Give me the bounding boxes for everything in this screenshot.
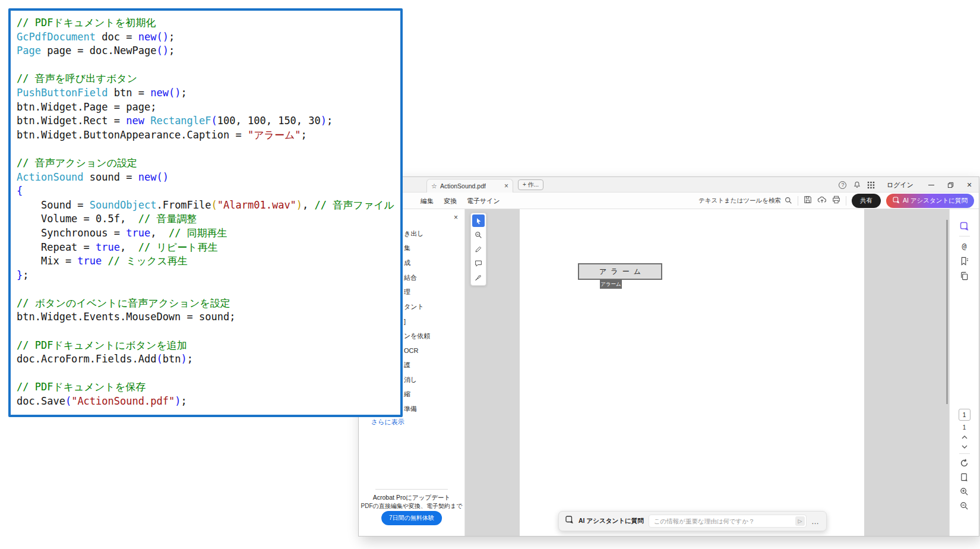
restore-button[interactable] <box>941 177 960 193</box>
code-line: Mix = true // ミックス再生 <box>17 254 398 269</box>
help-icon[interactable]: ? <box>836 177 850 193</box>
next-page-icon[interactable] <box>959 444 970 450</box>
login-button[interactable]: ログイン <box>878 181 922 190</box>
toolbar: 編集変換電子サイン テキストまたはツールを検索 <box>359 193 979 209</box>
code-line <box>17 324 398 339</box>
code-line: doc.Save("ActionSound.pdf"); <box>17 395 398 409</box>
tool-item[interactable]: 理 <box>404 285 463 299</box>
code-line: Repeat = true, // リピート再生 <box>17 241 398 255</box>
upsell-title: Acrobat Proにアップデート <box>359 494 464 502</box>
zoom-out-icon[interactable] <box>959 500 970 511</box>
close-button[interactable]: × <box>960 177 979 193</box>
star-icon[interactable]: ☆ <box>431 182 437 190</box>
upsell-subtitle: PDFの直接編集や変換、電子契約まで <box>359 502 464 510</box>
rail-top-group: @ <box>950 221 979 281</box>
comment-tool[interactable] <box>472 257 485 270</box>
previous-page-icon[interactable] <box>959 434 970 440</box>
bookmarks-icon[interactable] <box>959 255 970 266</box>
ai-question-input[interactable] <box>649 515 807 528</box>
code-line: btn.Widget.Rect = new RectangleF(100, 10… <box>17 114 398 128</box>
save-icon[interactable] <box>804 195 812 206</box>
tool-item[interactable]: ] <box>404 314 463 329</box>
code-line: // ボタンのイベントに音声アクションを設定 <box>17 296 398 311</box>
zoom-tool[interactable] <box>472 229 485 241</box>
menu-item-0[interactable]: 編集 <box>421 197 434 206</box>
zoom-in-icon[interactable] <box>959 486 970 497</box>
print-icon[interactable] <box>832 195 840 206</box>
tool-item[interactable]: 護 <box>404 358 463 373</box>
code-line: Page page = doc.NewPage(); <box>17 44 398 58</box>
pen-tool[interactable] <box>472 243 485 255</box>
rail-bottom-group: 1 1 <box>950 409 979 511</box>
tab-close-icon[interactable]: × <box>504 182 508 190</box>
send-icon[interactable]: ▷ <box>795 516 805 526</box>
code-line: Volume = 0.5f, // 音量調整 <box>17 212 398 226</box>
fill-sign-tool[interactable] <box>472 272 485 284</box>
tool-item[interactable]: 縮 <box>404 387 463 402</box>
search-label: テキストまたはツールを検索 <box>698 197 781 205</box>
search-tools[interactable]: テキストまたはツールを検索 <box>698 197 792 206</box>
notifications-bell-icon[interactable] <box>850 177 864 193</box>
code-line: Synchronous = true, // 同期再生 <box>17 226 398 241</box>
page-thumbnails-icon[interactable] <box>959 270 970 281</box>
ai-sparkle-icon <box>893 197 900 205</box>
ai-bar-more-button[interactable]: … <box>811 517 820 526</box>
minimize-button[interactable] <box>922 177 941 193</box>
divider <box>846 196 846 206</box>
code-line: btn.Widget.Events.MouseDown = sound; <box>17 310 398 324</box>
code-line: // PDFドキュメントを保存 <box>17 380 398 395</box>
ai-assistant-panel-icon[interactable] <box>959 221 970 232</box>
code-line: // PDFドキュメントを初期化 <box>17 16 398 30</box>
divider <box>798 196 798 206</box>
panel-close-icon[interactable]: × <box>454 214 458 221</box>
code-line <box>17 282 398 296</box>
search-icon <box>785 197 792 206</box>
menu-item-1[interactable]: 変換 <box>444 197 457 206</box>
code-line: btn.Widget.ButtonAppearance.Caption = "ア… <box>17 128 398 143</box>
tool-item[interactable]: 準備 <box>404 402 463 417</box>
show-more-link[interactable]: さらに表示 <box>371 418 404 427</box>
free-trial-button[interactable]: 7日間の無料体験 <box>381 511 442 525</box>
tool-item[interactable]: ンを依頼 <box>404 329 463 343</box>
ai-bar-label: AI アシスタントに質問 <box>578 517 644 525</box>
menu-item-2[interactable]: 電子サイン <box>467 197 500 206</box>
document-tab[interactable]: ☆ ActionSound.pdf × <box>426 179 513 193</box>
code-line: Sound = SoundObject.FromFile("Alarm01.wa… <box>17 198 398 213</box>
ai-assistant-bar: AI アシスタントに質問 ▷ … <box>558 511 827 531</box>
ai-assistant-button[interactable]: AI アシスタントに質問 <box>886 194 974 208</box>
rotate-refresh-icon[interactable] <box>959 457 970 468</box>
document-area: アラーム アラーム <box>465 209 949 536</box>
page-number-input[interactable]: 1 <box>959 409 970 421</box>
tool-item[interactable]: き出し <box>404 226 463 241</box>
window-body: × き出し集成結合理タント]ンを依頼OCR護消し縮準備 さらに表示 Acroba… <box>359 209 979 536</box>
tool-item[interactable]: 消し <box>404 373 463 387</box>
code-line: GcPdfDocument doc = new(); <box>17 30 398 45</box>
code-line <box>17 58 398 72</box>
tool-item[interactable]: OCR <box>404 343 463 358</box>
ai-assistant-icon <box>565 516 574 526</box>
tool-item[interactable]: タント <box>404 299 463 314</box>
page-total-label: 1 <box>963 424 966 431</box>
tool-item[interactable]: 集 <box>404 241 463 256</box>
comments-icon[interactable]: @ <box>959 241 970 251</box>
cloud-upload-icon[interactable] <box>817 195 827 206</box>
divider <box>375 489 448 490</box>
code-line: // PDFドキュメントにボタンを追加 <box>17 339 398 353</box>
code-line: // 音声アクションの設定 <box>17 156 398 171</box>
select-tool[interactable] <box>472 214 485 227</box>
pdf-page: アラーム アラーム <box>520 209 864 536</box>
vertical-scrollbar[interactable] <box>946 220 948 404</box>
tool-item[interactable]: 成 <box>404 255 463 270</box>
code-line: // 音声を呼び出すボタン <box>17 72 398 86</box>
pdf-alarm-button[interactable]: アラーム <box>578 263 662 280</box>
tool-item[interactable]: 結合 <box>404 270 463 285</box>
desktop: ☆ ActionSound.pdf × + 作... ? ログイン × <box>0 0 980 549</box>
new-tab-button[interactable]: + 作... <box>518 179 543 190</box>
page-export-icon[interactable] <box>959 472 970 482</box>
divider <box>959 236 970 236</box>
ai-input-wrap: ▷ <box>649 515 807 528</box>
divider <box>959 453 970 454</box>
share-button[interactable]: 共有 <box>852 194 881 208</box>
right-rail: @ 1 1 <box>949 209 979 536</box>
apps-grid-icon[interactable] <box>864 177 878 193</box>
